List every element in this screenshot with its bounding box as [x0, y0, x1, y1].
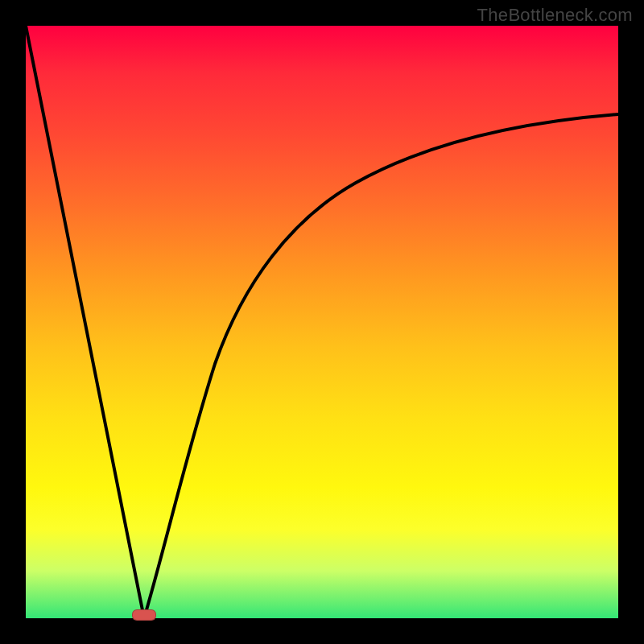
min-marker — [132, 609, 156, 621]
chart-frame: TheBottleneck.com — [0, 0, 644, 644]
left-slope-path — [26, 26, 144, 618]
plot-area — [26, 26, 618, 618]
curve-layer — [26, 26, 618, 618]
watermark-text: TheBottleneck.com — [477, 5, 633, 26]
right-curve-path — [144, 114, 618, 618]
